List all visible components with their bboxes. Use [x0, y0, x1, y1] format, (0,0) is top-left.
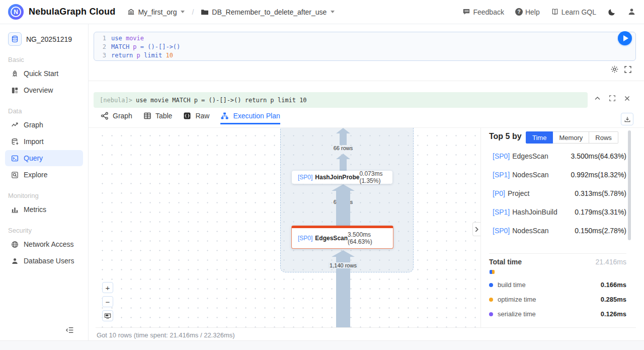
sidebar-item-label: Import: [24, 137, 44, 146]
sidebar-item-quick-start[interactable]: Quick Start: [5, 65, 83, 82]
database-instance-icon: [8, 32, 22, 46]
time-breakdown-bar: [490, 270, 495, 274]
sidebar-item-query[interactable]: Query: [5, 150, 83, 166]
top5-title: Top 5 by: [489, 132, 522, 141]
download-result-button[interactable]: [621, 113, 633, 125]
chevron-right-icon: [474, 227, 479, 232]
rocket-icon: [11, 70, 19, 78]
globe-icon: [11, 241, 19, 248]
fit-view-button[interactable]: [102, 310, 113, 321]
top5-row[interactable]: [SP1] NodesScan 0.992ms(18.32%): [493, 170, 626, 180]
learn-gql-button[interactable]: Learn GQL: [551, 8, 596, 16]
chevron-down-icon: [181, 11, 185, 13]
flow-band: [336, 191, 350, 226]
tab-graph[interactable]: Graph: [101, 112, 132, 124]
sidebar-section-security: Security: [8, 227, 83, 234]
sidebar-section-basic: Basic: [8, 56, 83, 63]
close-result-icon[interactable]: [624, 95, 630, 102]
sidebar-item-database-users[interactable]: Database Users: [5, 253, 83, 269]
scrollbar-thumb[interactable]: [628, 130, 631, 240]
code-line: 2 MATCH p = ()-[]->(): [99, 43, 635, 51]
top5-row[interactable]: [P0] Project 0.313ms(5.78%): [493, 188, 626, 198]
settings-gear-icon[interactable]: [610, 65, 619, 74]
zoom-in-button[interactable]: +: [102, 282, 113, 293]
user-account-icon[interactable]: [627, 8, 636, 16]
sidebar-item-graph[interactable]: Graph: [5, 117, 83, 133]
tab-label: Execution Plan: [233, 112, 280, 120]
footer-strip: [0, 340, 644, 350]
tab-execution-plan[interactable]: Execution Plan: [220, 112, 280, 124]
top5-row[interactable]: [SP0] NodesScan 0.150ms(2.78%): [493, 226, 626, 236]
zoom-out-button[interactable]: −: [102, 296, 113, 307]
mode-rows-button[interactable]: Rows: [589, 131, 618, 144]
tab-raw[interactable]: Raw: [183, 112, 209, 124]
play-icon: [623, 35, 628, 41]
divider: [489, 253, 626, 254]
sidebar-item-label: Database Users: [24, 257, 74, 265]
tab-label: Graph: [113, 112, 132, 120]
nebulagraph-logo-icon[interactable]: N: [8, 4, 24, 20]
folder-icon: [201, 9, 209, 16]
query-terminal-icon: [11, 155, 19, 162]
help-button[interactable]: ? Help: [515, 8, 540, 16]
top5-row[interactable]: [SP1] HashJoinBuild 0.179ms(3.31%): [493, 207, 626, 217]
sidebar-item-label: Quick Start: [24, 69, 58, 78]
console-history-bar[interactable]: [nebula]> use movie MATCH p = ()-[]->() …: [94, 92, 588, 108]
total-time-value: 21.416ms: [596, 258, 626, 266]
serialize-time-dot-icon: [489, 312, 493, 316]
metrics-bar-chart-icon: [11, 206, 19, 214]
sidebar-item-label: Query: [24, 154, 43, 162]
expand-result-icon[interactable]: [609, 95, 616, 102]
feedback-button[interactable]: Feedback: [462, 8, 504, 16]
sidebar-item-overview[interactable]: Overview: [5, 82, 83, 98]
top-navbar: N NebulaGraph Cloud My_first_org / DB_Re…: [0, 0, 644, 24]
build-time-dot-icon: [489, 283, 493, 287]
query-editor[interactable]: 1 use movie 2 MATCH p = ()-[]->() 3 retu…: [94, 32, 636, 61]
sidebar-item-label: Explore: [24, 171, 47, 179]
plan-node-hashjoinprobe[interactable]: [SP0] HashJoinProbe 0.073ms (1.35%): [292, 171, 392, 184]
database-selector[interactable]: DB_Remember_to_delete_after_use: [201, 8, 335, 16]
sidebar-item-import[interactable]: Import: [5, 133, 83, 150]
flow-band: [340, 159, 347, 171]
result-tabs: Graph Table Raw Execution Plan: [101, 112, 280, 127]
book-icon: [551, 8, 559, 16]
execution-plan-canvas[interactable]: 66 rows [SP0] HashJoinProbe 0.073ms (1.3…: [96, 128, 480, 327]
chevron-down-icon: [331, 11, 335, 13]
sidebar-item-network-access[interactable]: Network Access: [5, 236, 83, 252]
mode-memory-button[interactable]: Memory: [553, 131, 589, 144]
sidebar-item-label: Network Access: [24, 240, 74, 248]
org-selector[interactable]: My_first_org: [127, 8, 185, 16]
collapse-sidebar-icon[interactable]: [65, 326, 74, 334]
main-content: 1 use movie 2 MATCH p = ()-[]->() 3 retu…: [89, 24, 644, 340]
optimize-time-row: optimize time 0.285ms: [489, 296, 626, 303]
plan-node-edgesscan[interactable]: [SP0] EdgesScan 3.500ms (64.63%): [291, 226, 393, 249]
instance-name: NG_20251219: [26, 35, 72, 43]
top5-row[interactable]: [SP0] EdgesScan 3.500ms(64.63%): [493, 151, 626, 161]
execution-plan-tree-icon: [220, 112, 229, 120]
instance-selector[interactable]: NG_20251219: [5, 31, 83, 47]
table-view-icon: [143, 112, 151, 120]
panel-toggle-button[interactable]: [472, 222, 480, 236]
sidebar-item-metrics[interactable]: Metrics: [5, 201, 83, 218]
run-query-button[interactable]: [618, 31, 632, 45]
console-prompt: [nebula]>: [100, 97, 132, 104]
explore-search-icon: [11, 171, 19, 179]
sidebar-item-label: Metrics: [24, 205, 46, 214]
collapse-result-chevron-up-icon[interactable]: [594, 95, 601, 102]
raw-braces-icon: [183, 112, 191, 120]
total-time-row: Total time 21.416ms: [489, 258, 626, 266]
breadcrumb-separator: /: [192, 8, 194, 16]
fullscreen-icon[interactable]: [624, 65, 632, 74]
download-icon: [624, 116, 631, 123]
tab-table[interactable]: Table: [143, 112, 172, 124]
edge-row-count: 66 rows: [313, 145, 373, 151]
code-line: 3 return p limit 10: [99, 51, 635, 60]
sidebar-section-monitoring: Monitoring: [8, 192, 83, 199]
plan-stats-panel: Top 5 by Time Memory Rows [SP0] EdgesSca…: [480, 128, 644, 327]
help-icon: ?: [515, 8, 523, 16]
graph-view-icon: [101, 112, 109, 120]
mode-time-button[interactable]: Time: [526, 131, 553, 144]
fit-screen-icon: [104, 313, 111, 319]
dark-mode-moon-icon[interactable]: [607, 8, 616, 17]
sidebar-item-explore[interactable]: Explore: [5, 167, 83, 183]
